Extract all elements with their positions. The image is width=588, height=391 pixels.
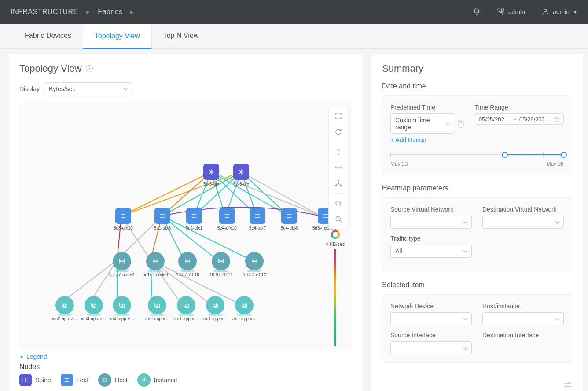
host-instance-select[interactable] [482, 312, 564, 325]
node-spine-2[interactable]: 5c-3-qfx [233, 164, 249, 186]
swap-button[interactable] [562, 380, 573, 390]
divider [533, 6, 533, 18]
layout-vertical-button[interactable] [331, 145, 345, 159]
src-vn-label: Source Virtual Network [390, 206, 472, 213]
scale-gradient [334, 249, 336, 346]
range-separator: ~ [513, 116, 517, 123]
slider-handle-start[interactable] [502, 152, 508, 158]
host-icon [98, 373, 111, 387]
tab-fabric-devices[interactable]: Fabric Devices [13, 24, 83, 48]
dst-vn-select[interactable] [482, 216, 564, 229]
legend-instance-label: Instance [154, 376, 177, 384]
tenant-name: admin [508, 8, 525, 15]
node-leaf-3[interactable]: 5c2-qfx1 [186, 208, 202, 230]
legend-toggle[interactable]: ▼ Legend [19, 353, 352, 360]
summary-panel: Summary Date and time Predefined Time Cu… [371, 54, 583, 391]
time-slider[interactable]: May 23 May 26 [390, 151, 564, 167]
slider-handle-end[interactable] [561, 152, 567, 158]
traffic-type-select[interactable]: All [390, 245, 472, 258]
node-inst-3[interactable]: vm3-app-v… [109, 296, 134, 321]
add-range-link[interactable]: + Add Range [390, 136, 464, 143]
zoom-in-button[interactable] [331, 196, 345, 210]
help-icon[interactable]: ? [458, 120, 464, 128]
node-inst-6[interactable]: vm1-app-v… [202, 296, 228, 321]
node-leaf-2[interactable]: 5c1-qfx6 [154, 208, 171, 230]
predefined-time-select[interactable]: Custom time range [390, 113, 454, 134]
fullscreen-button[interactable] [331, 109, 345, 123]
node-spine-1[interactable]: 5c-3-qfx [203, 164, 219, 186]
svg-rect-60 [338, 180, 339, 182]
node-host-3[interactable]: 10.87.70.10 [176, 252, 199, 277]
svg-rect-53 [214, 304, 217, 308]
svg-rect-57 [338, 153, 339, 154]
time-range-from[interactable] [479, 116, 511, 123]
chevron-down-icon: ▼ [19, 354, 24, 359]
layout-horizontal-button[interactable] [331, 161, 345, 175]
svg-rect-58 [336, 167, 337, 168]
svg-rect-44 [91, 303, 95, 307]
node-inst-4[interactable]: vm3-app-v… [144, 296, 169, 321]
net-device-select[interactable] [390, 312, 472, 325]
tabs: Fabric Devices Topology View Top N View [0, 24, 588, 49]
node-inst-1[interactable]: vm2-app-v… [52, 296, 77, 321]
tab-top-n-view[interactable]: Top N View [152, 24, 210, 48]
leaf-icon [61, 374, 73, 386]
svg-rect-62 [340, 185, 342, 186]
bell-icon[interactable] [473, 7, 481, 17]
src-vn-select[interactable] [390, 216, 472, 229]
time-range-picker[interactable]: ~ [475, 113, 564, 125]
svg-rect-43 [63, 304, 67, 308]
zoom-out-button[interactable] [331, 212, 345, 226]
svg-rect-61 [335, 185, 337, 186]
node-inst-5[interactable]: vm1-app-v… [173, 296, 198, 321]
svg-rect-2 [500, 13, 502, 15]
svg-rect-50 [184, 303, 187, 307]
topology-canvas[interactable]: 5c-3-qfx5c-3-qfx5c3-qfx105c1-qfx65c2-qfx… [19, 102, 352, 349]
node-inst-7[interactable]: vm3-app-v… [232, 296, 257, 321]
svg-rect-48 [154, 303, 158, 307]
display-label: Display [19, 85, 40, 92]
svg-rect-32 [120, 259, 125, 261]
node-host-5[interactable]: 10.87.70.12 [243, 252, 266, 277]
slider-label-from: May 23 [390, 161, 408, 167]
legend-host-label: Host [115, 376, 128, 384]
svg-point-68 [103, 381, 104, 381]
canvas-toolbar [328, 106, 349, 229]
node-leaf-4[interactable]: 5c4-qfx10 [217, 208, 237, 230]
breadcrumb-section[interactable]: Fabrics [98, 8, 122, 16]
svg-rect-40 [252, 259, 257, 261]
tenant-selector[interactable]: admin [497, 8, 525, 16]
selected-section-title: Selected item [382, 281, 572, 289]
info-icon[interactable]: i [86, 65, 93, 72]
sitemap-icon [497, 8, 505, 16]
svg-rect-59 [340, 167, 341, 168]
node-inst-2[interactable]: vm3-app-v… [81, 296, 106, 321]
user-menu[interactable]: admin ▼ [541, 8, 577, 16]
legend-instance: Instance [137, 373, 177, 387]
time-range-to[interactable] [519, 116, 551, 123]
tab-topology-view[interactable]: Topology View [83, 24, 152, 49]
dst-if-label: Destination Interface [482, 332, 564, 339]
topbar-right: admin admin ▼ [473, 6, 577, 18]
node-leaf-5[interactable]: 5c4-qfx7 [249, 208, 266, 230]
display-select[interactable]: Bytes/sec [44, 82, 132, 95]
top-bar: INFRASTRUCTURE ▶ Fabrics ▶ admin admin ▼ [0, 0, 588, 24]
svg-rect-36 [185, 259, 190, 261]
legend-host: Host [98, 373, 128, 387]
node-host-2[interactable]: 5c1s7-node3 [143, 252, 168, 277]
node-host-4[interactable]: 10.87.70.11 [209, 252, 233, 277]
node-leaf-6[interactable]: 5c4-qfx8 [281, 208, 298, 230]
refresh-button[interactable] [331, 125, 345, 139]
display-value: Bytes/sec [49, 85, 76, 92]
layout-tree-button[interactable] [331, 176, 345, 190]
user-name: admin [553, 8, 570, 15]
heatmap-card: Source Virtual Network Destination Virtu… [382, 197, 572, 272]
predefined-time-value: Custom time range [395, 117, 430, 131]
node-leaf-1[interactable]: 5c3-qfx10 [114, 208, 133, 230]
node-host-1[interactable]: 5c1s7-node4 [109, 252, 135, 277]
svg-rect-41 [252, 262, 257, 263]
breadcrumb-root[interactable]: INFRASTRUCTURE [11, 8, 78, 16]
predefined-time-label: Predefined Time [390, 104, 464, 111]
src-if-select[interactable] [390, 341, 472, 354]
svg-rect-71 [555, 117, 559, 121]
